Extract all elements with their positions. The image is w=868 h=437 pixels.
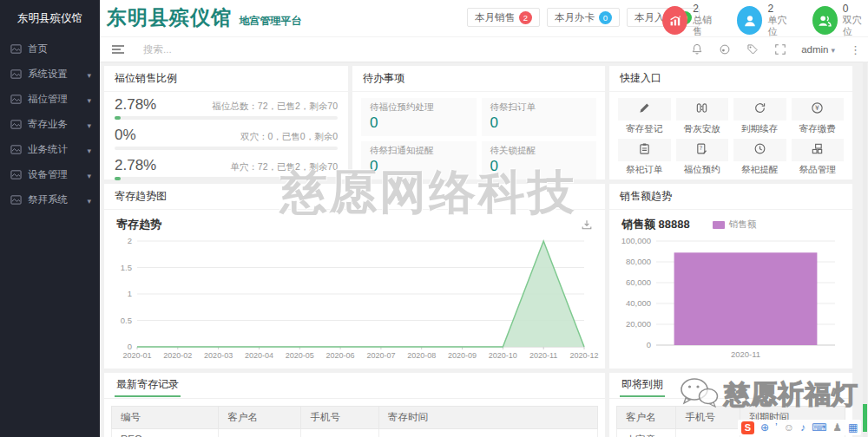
cell-storage-time: 2020-11-14 14:47:30 [378, 429, 597, 437]
mic-icon[interactable]: ♪ [800, 420, 806, 435]
ratio-row-double: 0% 双穴：0，已售0，剩余0 [104, 122, 348, 153]
quick-entry-register[interactable]: 寄存登记 [618, 98, 671, 135]
svg-text:¥: ¥ [815, 104, 819, 112]
stat-label: 单穴位 [767, 15, 792, 37]
todo-label: 待祭扫通知提醒 [370, 145, 468, 157]
ratio-desc: 福位总数：72，已售2，剩余70 [212, 101, 338, 113]
ime-mode-icon[interactable]: ⊕ [760, 420, 769, 435]
month-sales-button[interactable]: 本月销售 2 [467, 8, 540, 27]
quick-entry-offerings[interactable]: 祭品管理 [792, 139, 845, 176]
page-subtitle: 地宫管理平台 [239, 15, 301, 27]
scrollbar-track[interactable] [863, 62, 867, 437]
todo-card-sweep-notices[interactable]: 待祭扫通知提醒 0 [361, 141, 477, 179]
chart-title: 销售额 88888 [621, 217, 690, 232]
svg-text:2020-11: 2020-11 [731, 349, 760, 359]
quick-entry-label: 寄存缴费 [792, 123, 845, 135]
quick-entry-payment[interactable]: ¥ 寄存缴费 [792, 98, 845, 135]
scrollbar-thumb[interactable] [863, 404, 867, 432]
stat-text: 2 单穴位 [767, 3, 792, 37]
sidebar-item-storage-business[interactable]: 寄存业务 [0, 112, 100, 137]
quick-entry-label: 骨灰安放 [676, 123, 729, 135]
quick-entry-label: 祭祀提醒 [733, 164, 786, 176]
ime-punct-icon[interactable]: ’ [775, 420, 778, 435]
panel-title: 福位销售比例 [104, 66, 348, 92]
quick-entry-sacrifice-order[interactable]: 祭祀订单 [618, 139, 671, 176]
user-icon [737, 6, 762, 35]
user-menu[interactable]: admin [801, 44, 835, 55]
sidebar: 东明县殡仪馆 首页 系统设置 福位管理 寄存业务 [0, 0, 100, 437]
sidebar-item-business-statistics[interactable]: 业务统计 [0, 137, 100, 162]
ratio-row-total: 2.78% 福位总数：72，已售2，剩余70 [104, 92, 348, 122]
app-icon [10, 144, 22, 155]
svg-text:2020-10: 2020-10 [489, 351, 517, 360]
tab-expiring[interactable]: 即将到期 [620, 373, 665, 397]
ratio-row-single: 2.78% 单穴：72，已售2，剩余70 [104, 153, 348, 183]
progress-track [115, 116, 338, 120]
more-icon[interactable] [850, 43, 861, 56]
app-icon [10, 194, 22, 205]
badge-label: 本月办卡 [555, 11, 595, 24]
svg-text:2020-12: 2020-12 [569, 351, 598, 360]
quick-entry-label: 祭品管理 [792, 164, 845, 176]
sidebar-item-device-management[interactable]: 设备管理 [0, 162, 100, 187]
col-header: 客户名 [617, 407, 676, 429]
sidebar-item-label: 首页 [28, 42, 48, 55]
skin-icon[interactable]: ♟ [832, 420, 842, 435]
sidebar-item-niche-management[interactable]: 福位管理 [0, 87, 100, 112]
svg-text:100,000: 100,000 [621, 236, 651, 245]
svg-text:40,000: 40,000 [626, 298, 651, 308]
quick-entry-renewal[interactable]: 到期续存 [733, 98, 786, 135]
todo-card-niche-booking[interactable]: 待福位预约处理 0 [361, 98, 477, 136]
theme-icon[interactable] [718, 43, 731, 56]
cell-phone [301, 429, 379, 437]
sidebar-nav: 首页 系统设置 福位管理 寄存业务 业务统计 [0, 36, 100, 212]
svg-text:2020-09: 2020-09 [448, 351, 477, 360]
stat-text: 0 双穴位 [843, 3, 868, 37]
todo-card-sweep-orders[interactable]: 待祭扫订单 0 [482, 98, 597, 136]
panel-tab-header: 即将到期 [609, 373, 852, 399]
search-input[interactable] [141, 43, 310, 55]
sidebar-item-system-settings[interactable]: 系统设置 [0, 62, 100, 87]
tag-icon[interactable] [746, 43, 759, 56]
todo-card-lock-reminders[interactable]: 待关锁提醒 0 [482, 141, 597, 179]
ratio-desc: 双穴：0，已售0，剩余0 [240, 131, 338, 143]
svg-text:2020-06: 2020-06 [326, 351, 355, 360]
tab-latest-records[interactable]: 最新寄存记录 [115, 373, 181, 397]
toolbox-icon[interactable]: ▦ [848, 420, 858, 435]
quick-entry-ash-placement[interactable]: 骨灰安放 [676, 98, 729, 135]
svg-text:2: 2 [128, 236, 132, 245]
chevron-down-icon [87, 170, 91, 180]
col-header: 手机号 [301, 407, 379, 429]
todo-value: 0 [370, 158, 468, 175]
keyboard-icon[interactable]: ⌨ [812, 420, 826, 435]
collapse-menu-icon[interactable] [112, 43, 124, 55]
quick-entry-niche-booking[interactable]: ? 福位预约 [676, 139, 729, 176]
quick-entry-sacrifice-reminder[interactable]: 祭祀提醒 [733, 139, 786, 176]
todo-value: 0 [490, 158, 589, 175]
bell-icon[interactable] [690, 43, 703, 56]
svg-text:2020-07: 2020-07 [366, 351, 395, 360]
stat-value: 0 [843, 3, 868, 15]
sales-trend-chart: 020,00040,00060,00080,000100,0002020-11 [616, 234, 845, 364]
sidebar-item-label: 业务统计 [28, 143, 68, 156]
quick-entry-panel: 快捷入口 寄存登记 骨灰安放 到期续存 ¥ 寄存缴费 祭祀订单 [609, 66, 852, 179]
latest-records-table: 编号 客户名 手机号 寄存时间 REG-186420201114144615 哈… [111, 406, 598, 437]
todo-value: 0 [370, 114, 468, 132]
sogou-icon[interactable]: S [741, 421, 754, 434]
sidebar-item-home[interactable]: 首页 [0, 36, 100, 62]
month-cards-button[interactable]: 本月办卡 0 [547, 8, 620, 27]
cell-phone [676, 429, 740, 437]
emoji-icon[interactable]: ☺ [784, 420, 794, 435]
svg-text:2020-01: 2020-01 [122, 351, 151, 360]
users-icon [812, 6, 838, 35]
chevron-down-icon [87, 69, 91, 80]
app-icon [10, 169, 22, 180]
download-icon[interactable] [580, 218, 593, 232]
chevron-down-icon [831, 44, 835, 55]
brand: 东明县殡仪馆 地宫管理平台 [107, 4, 301, 31]
ratio-desc: 单穴：72，已售2，剩余70 [230, 161, 338, 173]
latest-records-panel: 最新寄存记录 编号 客户名 手机号 寄存时间 REG-1864202011141… [104, 373, 605, 437]
sidebar-item-worship-system[interactable]: 祭拜系统 [0, 187, 100, 212]
input-method-bar: S ⊕ ’ ☺ ♪ ⌨ ♟ ▦ [738, 420, 861, 435]
fullscreen-icon[interactable] [773, 43, 786, 56]
